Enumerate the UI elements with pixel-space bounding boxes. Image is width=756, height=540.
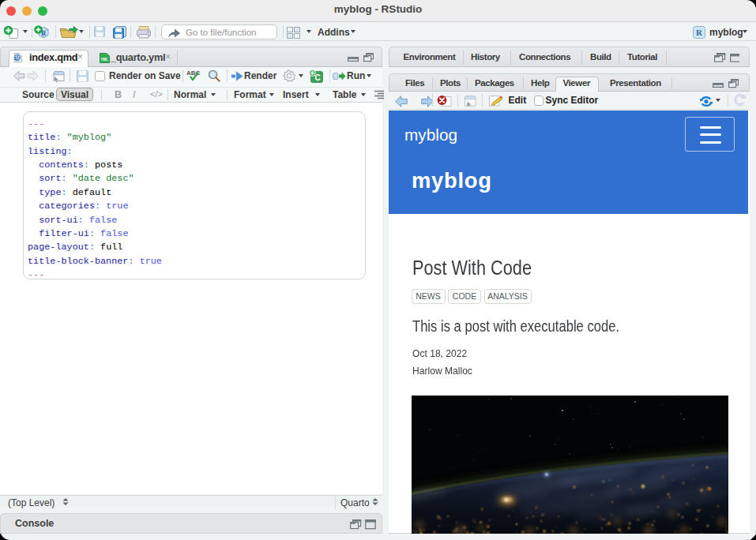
svg-text:R: R — [696, 28, 703, 37]
svg-text:C: C — [315, 73, 321, 81]
svg-text:YML: YML — [100, 57, 108, 61]
